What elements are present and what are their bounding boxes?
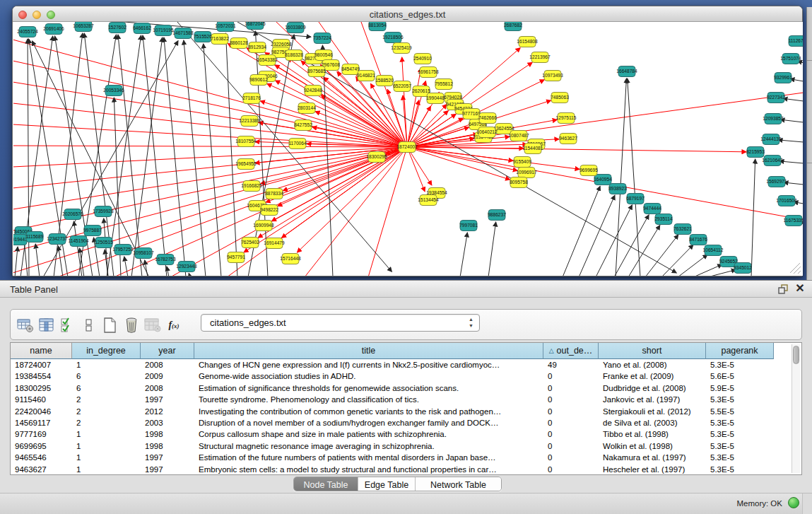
- graph-edge[interactable]: [614, 215, 649, 276]
- column-header-pagerank[interactable]: pagerank: [706, 343, 774, 359]
- cell-out_de[interactable]: 0: [543, 394, 599, 405]
- cell-title[interactable]: Estimation of significance thresholds fo…: [194, 382, 543, 394]
- cell-title[interactable]: Investigating the contribution of common…: [194, 406, 543, 417]
- cell-out_de[interactable]: 0: [543, 382, 599, 394]
- function-builder-icon[interactable]: f(x): [163, 316, 184, 334]
- cell-short[interactable]: Nakamura et al. (1997): [599, 452, 706, 463]
- graph-edge[interactable]: [488, 222, 496, 276]
- cell-in_degree[interactable]: 1: [72, 440, 141, 452]
- cell-short[interactable]: Wolkin et al. (1998): [599, 440, 706, 452]
- cell-pagerank[interactable]: 5.3E-5: [706, 417, 774, 428]
- graph-edge[interactable]: [244, 147, 407, 252]
- column-header-name[interactable]: name: [11, 343, 72, 359]
- cell-title[interactable]: Tourette syndrome. Phenomenology and cla…: [194, 394, 543, 405]
- new-table-icon[interactable]: [100, 316, 121, 334]
- cell-pagerank[interactable]: 5.3E-5: [706, 464, 774, 475]
- cell-title[interactable]: Embryonic stem cells: a model to study s…: [194, 464, 543, 475]
- graph-edge[interactable]: [58, 246, 63, 276]
- cell-in_degree[interactable]: 2: [72, 394, 141, 405]
- delete-table-icon[interactable]: [121, 316, 142, 334]
- close-panel-icon[interactable]: ✕: [794, 282, 806, 295]
- network-canvas[interactable]: 2405572420691406106532871527602646616210…: [13, 22, 803, 276]
- column-visibility-icon[interactable]: [36, 316, 57, 334]
- graph-edge[interactable]: [407, 147, 432, 185]
- table-row[interactable]: 1830029562008Estimation of significance …: [11, 382, 801, 394]
- cell-year[interactable]: 2003: [141, 417, 194, 428]
- column-header-out_de[interactable]: △out_de…: [543, 343, 599, 359]
- cell-out_de[interactable]: 49: [543, 359, 599, 370]
- graph-edge[interactable]: [167, 267, 169, 276]
- cell-year[interactable]: 1997: [141, 464, 194, 475]
- graph-edge[interactable]: [628, 226, 660, 276]
- cell-name[interactable]: 14569117: [11, 417, 72, 428]
- row-selection-icon[interactable]: [57, 316, 78, 334]
- cell-out_de[interactable]: 0: [543, 417, 599, 428]
- graph-edge[interactable]: [189, 273, 190, 276]
- cell-year[interactable]: 2012: [141, 406, 194, 417]
- cell-out_de[interactable]: 0: [543, 464, 599, 475]
- table-row[interactable]: 946554611997Estimation of the future num…: [11, 452, 801, 463]
- graph-edge[interactable]: [368, 147, 407, 276]
- cell-title[interactable]: Estimation of the future numbers of pati…: [194, 452, 543, 463]
- cell-short[interactable]: Tibbo et al. (1998): [599, 428, 706, 440]
- graph-edge[interactable]: [616, 78, 626, 276]
- cell-name[interactable]: 9699695: [11, 440, 72, 452]
- cell-short[interactable]: Stergiakouli et al. (2012): [599, 406, 706, 417]
- cell-out_de[interactable]: 0: [543, 406, 599, 417]
- column-header-year[interactable]: year: [141, 343, 194, 359]
- graph-edge[interactable]: [164, 37, 186, 276]
- graph-edge[interactable]: [707, 270, 736, 276]
- cell-short[interactable]: de Silva et al. (2003): [599, 417, 706, 428]
- graph-edge[interactable]: [225, 33, 237, 276]
- cell-title[interactable]: Corpus callosum shape and size in male p…: [194, 428, 543, 440]
- cell-pagerank[interactable]: 5.3E-5: [706, 440, 774, 452]
- cell-pagerank[interactable]: 5.6E-5: [706, 370, 774, 382]
- cell-in_degree[interactable]: 1: [72, 428, 141, 440]
- graph-edge[interactable]: [13, 147, 407, 209]
- cell-in_degree[interactable]: 2: [72, 417, 141, 428]
- graph-edge[interactable]: [267, 83, 407, 147]
- graph-edge[interactable]: [261, 147, 407, 184]
- citation-graph[interactable]: 2405572420691406106532871527602646616210…: [13, 22, 803, 276]
- table-selector-dropdown[interactable]: citations_edges.txt ▲▼: [201, 314, 480, 332]
- graph-edge[interactable]: [460, 233, 467, 276]
- graph-edge[interactable]: [596, 205, 632, 276]
- cell-pagerank[interactable]: 5.3E-5: [706, 428, 774, 440]
- cell-year[interactable]: 2009: [141, 370, 194, 382]
- merge-rows-icon[interactable]: [78, 316, 100, 334]
- cell-title[interactable]: Changes of HCN gene expression and I(f) …: [194, 359, 543, 370]
- cell-in_degree[interactable]: 2: [72, 406, 141, 417]
- cell-year[interactable]: 1997: [141, 452, 194, 463]
- cell-in_degree[interactable]: 6: [72, 370, 141, 382]
- table-settings-icon[interactable]: [15, 316, 36, 334]
- cell-pagerank[interactable]: 5.3E-5: [706, 394, 774, 405]
- graph-edge[interactable]: [751, 159, 755, 276]
- graph-edge[interactable]: [204, 44, 221, 276]
- cell-in_degree[interactable]: 1: [72, 464, 141, 475]
- tab-network-table[interactable]: Network Table: [416, 477, 501, 491]
- cell-name[interactable]: 18724007: [11, 359, 72, 370]
- graph-edge[interactable]: [118, 35, 142, 276]
- cell-short[interactable]: Dudbridge et al. (2008): [599, 382, 706, 394]
- graph-edge[interactable]: [778, 140, 803, 142]
- graph-edge[interactable]: [321, 95, 407, 147]
- cell-in_degree[interactable]: 1: [72, 359, 141, 370]
- table-row[interactable]: 977716911998Corpus callosum shape and si…: [11, 428, 801, 440]
- graph-edge[interactable]: [783, 98, 803, 101]
- table-row[interactable]: 2242004622012Investigating the contribut…: [11, 406, 801, 417]
- cell-name[interactable]: 9115460: [11, 394, 72, 405]
- cell-pagerank[interactable]: 5.3E-5: [706, 452, 774, 463]
- cell-name[interactable]: 9465546: [11, 452, 72, 463]
- cell-title[interactable]: Structural magnetic resonance image aver…: [194, 440, 543, 452]
- graph-edge[interactable]: [276, 81, 407, 147]
- import-table-icon[interactable]: [142, 316, 163, 334]
- graph-edge[interactable]: [780, 119, 803, 122]
- graph-edge[interactable]: [407, 147, 579, 169]
- graph-edge[interactable]: [297, 147, 407, 252]
- graph-edge[interactable]: [779, 161, 803, 163]
- table-scrollbar[interactable]: [792, 344, 800, 473]
- cell-name[interactable]: 9777169: [11, 428, 72, 440]
- graph-edge[interactable]: [407, 147, 425, 192]
- cell-in_degree[interactable]: 1: [72, 452, 141, 463]
- graph-edge[interactable]: [35, 244, 40, 276]
